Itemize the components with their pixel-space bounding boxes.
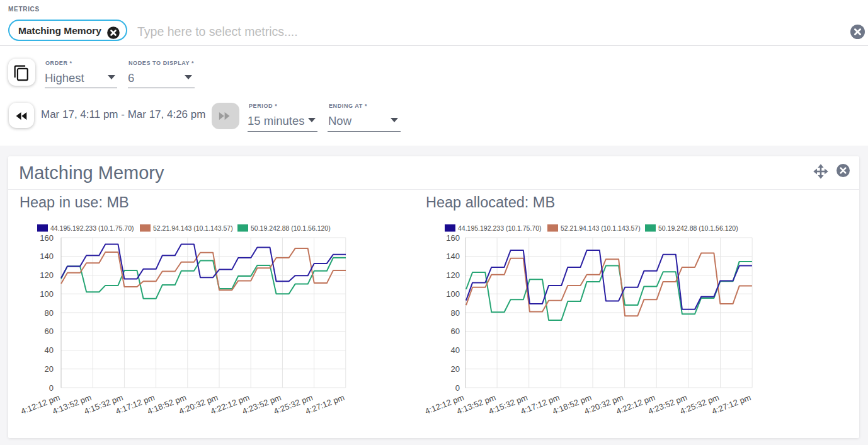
svg-text:60: 60 [45,327,54,336]
svg-text:160: 160 [40,233,54,243]
svg-text:80: 80 [45,308,54,318]
svg-text:60: 60 [451,327,460,336]
svg-text:160: 160 [446,233,460,243]
svg-text:40: 40 [45,345,54,355]
svg-text:40: 40 [451,345,460,355]
svg-text:44.195.192.233 (10.1.75.70): 44.195.192.233 (10.1.75.70) [50,224,134,232]
svg-text:20: 20 [451,364,460,374]
svg-text:52.21.94.143 (10.1.143.57): 52.21.94.143 (10.1.143.57) [153,224,233,232]
svg-text:52.21.94.143 (10.1.143.57): 52.21.94.143 (10.1.143.57) [561,224,641,232]
svg-text:44.195.192.233 (10.1.75.70): 44.195.192.233 (10.1.75.70) [458,224,542,232]
svg-text:80: 80 [451,308,460,318]
svg-text:0: 0 [455,383,460,393]
svg-text:100: 100 [446,289,460,299]
svg-text:120: 120 [40,270,54,280]
svg-text:20: 20 [45,364,54,374]
svg-text:120: 120 [446,270,460,280]
svg-text:50.19.242.88 (10.1.56.120): 50.19.242.88 (10.1.56.120) [251,224,331,232]
svg-text:140: 140 [40,251,54,261]
svg-text:0: 0 [49,383,54,393]
svg-text:140: 140 [446,251,460,261]
svg-text:100: 100 [40,289,54,299]
svg-text:50.19.242.88 (10.1.56.120): 50.19.242.88 (10.1.56.120) [658,224,738,232]
